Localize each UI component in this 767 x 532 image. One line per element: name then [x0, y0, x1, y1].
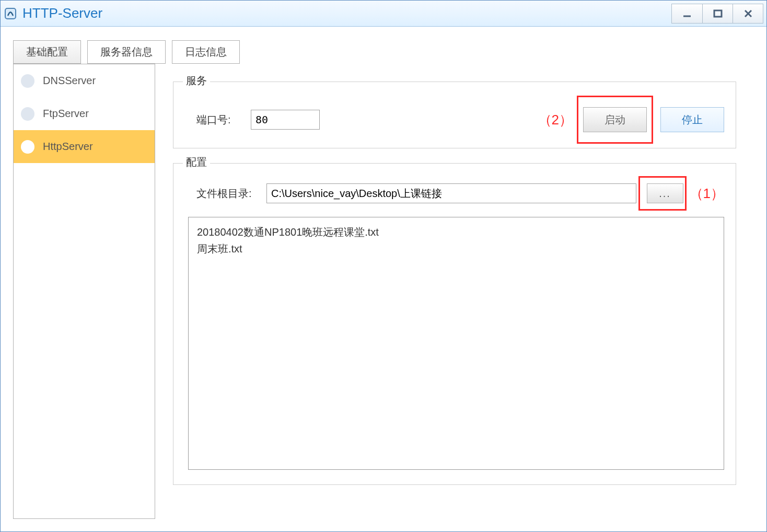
body-row: DNSServer FtpServer HttpServer 服务 端口号:	[13, 64, 754, 519]
app-icon	[4, 7, 17, 20]
tab-basic-config[interactable]: 基础配置	[13, 40, 81, 64]
start-button[interactable]: 启动	[583, 107, 647, 132]
sidebar-item-label: HttpServer	[43, 141, 93, 153]
tab-log-info[interactable]: 日志信息	[172, 40, 240, 64]
sidebar-item-httpserver[interactable]: HttpServer	[14, 130, 155, 163]
annotation-1-label: （1）	[690, 184, 724, 203]
svg-rect-0	[5, 8, 16, 19]
service-fieldset: 服务 端口号: （2） 启动 停止	[173, 82, 736, 148]
close-button[interactable]	[733, 4, 763, 23]
sidebar-item-label: FtpServer	[43, 108, 89, 120]
root-dir-label: 文件根目录:	[188, 187, 266, 201]
sidebar-item-dnsserver[interactable]: DNSServer	[14, 64, 155, 97]
maximize-button[interactable]	[702, 4, 733, 23]
stop-button[interactable]: 停止	[660, 107, 724, 132]
tab-server-info[interactable]: 服务器信息	[87, 40, 166, 64]
config-fieldset: 配置 文件根目录: ... （1） 20180402数通NP1801晚班远程课堂…	[173, 163, 736, 485]
status-dot-icon	[21, 74, 34, 88]
file-list[interactable]: 20180402数通NP1801晚班远程课堂.txt 周末班.txt	[188, 217, 724, 470]
status-dot-icon	[21, 107, 34, 121]
minimize-button[interactable]	[672, 4, 702, 23]
sidebar-item-label: DNSServer	[43, 75, 96, 87]
port-label: 端口号:	[188, 113, 251, 127]
svg-rect-2	[714, 10, 722, 17]
sidebar-item-ftpserver[interactable]: FtpServer	[14, 97, 155, 130]
sidebar: DNSServer FtpServer HttpServer	[13, 64, 155, 519]
file-list-item[interactable]: 20180402数通NP1801晚班远程课堂.txt	[197, 224, 715, 240]
config-legend: 配置	[183, 155, 210, 169]
window-title: HTTP-Server	[22, 5, 671, 21]
client-area: 基础配置 服务器信息 日志信息 DNSServer FtpServer Http…	[1, 27, 766, 531]
service-legend: 服务	[183, 74, 210, 88]
browse-button[interactable]: ...	[647, 183, 683, 203]
app-window: HTTP-Server 基础配置 服务器信息 日志信息 DNSServer	[0, 0, 767, 532]
annotation-2-label: （2）	[538, 111, 573, 129]
file-list-item[interactable]: 周末班.txt	[197, 240, 715, 257]
title-bar: HTTP-Server	[1, 1, 766, 27]
main-panel: 服务 端口号: （2） 启动 停止 配置	[155, 64, 754, 519]
tabs-row: 基础配置 服务器信息 日志信息	[13, 40, 754, 64]
root-dir-input[interactable]	[266, 183, 636, 203]
window-controls	[671, 4, 763, 24]
port-input[interactable]	[251, 110, 320, 130]
status-dot-icon	[21, 140, 34, 154]
